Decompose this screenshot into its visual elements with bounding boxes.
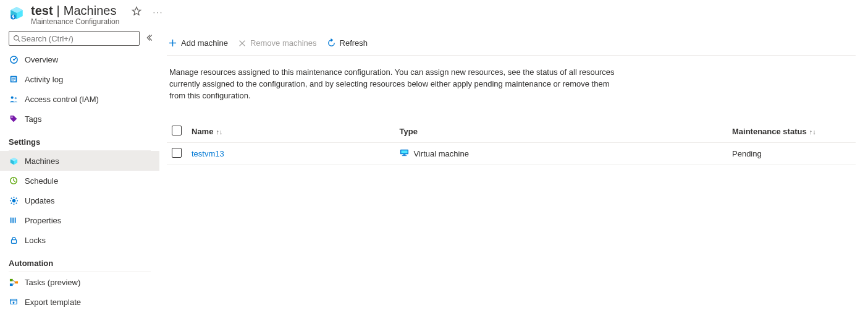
- sidebar-item-machines[interactable]: Machines: [0, 151, 159, 171]
- svg-rect-39: [15, 281, 18, 283]
- svg-line-32: [15, 197, 16, 198]
- page-header: test | Machines Maintenance Configuratio…: [0, 0, 868, 31]
- sidebar-item-tags[interactable]: Tags: [0, 109, 159, 129]
- type-label: Virtual machine: [414, 149, 469, 158]
- column-header-type[interactable]: Type: [400, 127, 732, 136]
- sidebar-item-activity-log[interactable]: Activity log: [0, 69, 159, 89]
- svg-rect-51: [401, 150, 407, 153]
- sidebar-item-export-template[interactable]: Export template: [0, 292, 159, 312]
- sidebar-item-label: Tasks (preview): [25, 278, 80, 287]
- resource-type: Maintenance Configuration: [31, 17, 119, 26]
- select-all-checkbox[interactable]: [172, 126, 182, 135]
- sidebar-item-label: Updates: [25, 196, 54, 205]
- activity-log-icon: [9, 75, 19, 84]
- svg-line-23: [14, 181, 15, 182]
- svg-line-30: [15, 202, 16, 203]
- vm-icon: [400, 148, 409, 159]
- sidebar-item-tasks[interactable]: Tasks (preview): [0, 272, 159, 292]
- svg-rect-53: [402, 155, 407, 156]
- main-content: Add machine Remove machines Refresh Mana…: [159, 31, 868, 325]
- column-header-name[interactable]: Name↑↓: [192, 127, 400, 136]
- add-machine-button[interactable]: Add machine: [168, 38, 228, 48]
- tags-icon: [9, 114, 19, 123]
- sidebar-item-label: Activity log: [25, 75, 63, 84]
- pin-icon[interactable]: [132, 6, 141, 18]
- machines-icon: [9, 157, 19, 166]
- svg-line-40: [12, 280, 15, 282]
- svg-point-5: [14, 35, 19, 40]
- refresh-label: Refresh: [340, 38, 368, 48]
- properties-icon: [9, 216, 19, 225]
- section-name: Machines: [64, 4, 117, 18]
- add-machine-label: Add machine: [181, 38, 228, 48]
- more-icon[interactable]: ···: [153, 7, 163, 17]
- search-icon: [13, 35, 21, 43]
- locks-icon: [9, 236, 19, 244]
- svg-point-16: [14, 97, 16, 98]
- plus-icon: [168, 38, 177, 48]
- sidebar-item-label: Machines: [25, 157, 59, 166]
- sidebar-item-label: Schedule: [25, 176, 58, 186]
- page-title: test | Machines: [31, 4, 119, 18]
- column-header-status[interactable]: Maintenance status↑↓: [732, 127, 856, 136]
- sidebar-item-overview[interactable]: Overview: [0, 49, 159, 69]
- svg-line-31: [11, 202, 11, 203]
- svg-line-9: [14, 58, 16, 59]
- sidebar-group-automation: Automation: [0, 250, 159, 270]
- collapse-sidebar-icon[interactable]: [146, 34, 153, 43]
- sidebar-item-access-control[interactable]: Access control (IAM): [0, 89, 159, 109]
- svg-line-41: [12, 282, 15, 285]
- sidebar-item-label: Access control (IAM): [25, 95, 99, 104]
- description-text: Manage resources assigned to this mainte…: [167, 56, 624, 102]
- updates-icon: [9, 196, 19, 205]
- svg-point-15: [11, 96, 13, 98]
- sidebar: Overview Activity log Access control (IA…: [0, 31, 159, 325]
- sidebar-item-label: Properties: [25, 216, 61, 225]
- remove-machines-label: Remove machines: [250, 38, 317, 48]
- svg-line-29: [11, 197, 11, 198]
- sidebar-item-schedule[interactable]: Schedule: [0, 171, 159, 191]
- x-icon: [238, 39, 246, 48]
- sidebar-item-locks[interactable]: Locks: [0, 230, 159, 250]
- overview-icon: [9, 55, 19, 64]
- sidebar-item-label: Overview: [25, 55, 58, 64]
- export-template-icon: [9, 298, 19, 306]
- maintenance-config-icon: [9, 5, 25, 23]
- access-control-icon: [9, 95, 19, 104]
- status-label: Pending: [732, 149, 762, 158]
- sidebar-item-updates[interactable]: Updates: [0, 191, 159, 210]
- search-input[interactable]: [21, 34, 135, 43]
- sidebar-group-settings: Settings: [0, 129, 159, 149]
- command-bar: Add machine Remove machines Refresh: [167, 31, 856, 56]
- table-header: Name↑↓ Type Maintenance status↑↓: [167, 121, 856, 143]
- refresh-icon: [327, 38, 336, 48]
- resource-name: test: [31, 4, 53, 18]
- sidebar-item-label: Export template: [25, 298, 81, 307]
- tasks-icon: [9, 278, 19, 287]
- svg-marker-44: [12, 301, 15, 304]
- sidebar-item-label: Locks: [25, 236, 46, 245]
- svg-rect-36: [11, 239, 16, 243]
- schedule-icon: [9, 176, 19, 185]
- svg-rect-38: [9, 283, 12, 286]
- sidebar-item-label: Tags: [25, 114, 41, 124]
- svg-marker-49: [331, 38, 333, 42]
- svg-point-17: [11, 116, 12, 118]
- sort-icon: ↑↓: [216, 128, 222, 135]
- remove-machines-button: Remove machines: [238, 38, 317, 48]
- resource-link[interactable]: testvm13: [192, 149, 224, 158]
- search-box[interactable]: [9, 31, 140, 46]
- svg-rect-52: [403, 154, 405, 155]
- sidebar-item-properties[interactable]: Properties: [0, 210, 159, 230]
- svg-rect-37: [9, 278, 12, 281]
- machines-table: Name↑↓ Type Maintenance status↑↓ testvm1…: [167, 121, 856, 165]
- sort-icon: ↑↓: [809, 128, 816, 135]
- svg-point-24: [12, 199, 15, 202]
- row-checkbox[interactable]: [172, 148, 182, 158]
- svg-line-6: [18, 40, 20, 41]
- table-row: testvm13 Virtual machine Pending: [167, 143, 856, 165]
- refresh-button[interactable]: Refresh: [327, 38, 368, 48]
